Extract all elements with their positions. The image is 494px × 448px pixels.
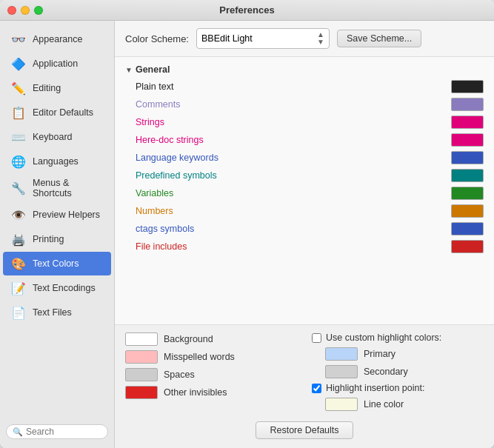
misspelled-row: Misspelled words (125, 350, 297, 364)
sidebar-item-application[interactable]: 🔷 Application (3, 52, 111, 76)
color-label-7: Numbers (136, 206, 442, 216)
color-row-6: Variables (115, 184, 494, 202)
background-row: Background (125, 332, 297, 346)
sidebar-label-editing: Editing (33, 83, 61, 93)
toolbar: Color Scheme: BBEdit Light ▲▼ Save Schem… (115, 21, 494, 57)
close-button[interactable] (7, 6, 16, 15)
color-label-4: Language keywords (136, 153, 442, 163)
color-label-6: Variables (136, 188, 442, 198)
application-icon: 🔷 (10, 56, 27, 72)
chevron-updown-icon: ▲▼ (317, 31, 324, 46)
preferences-window: Preferences 👓 Appearance 🔷 Application ✏… (0, 0, 494, 448)
sidebar-item-keyboard[interactable]: ⌨️ Keyboard (3, 125, 111, 149)
color-swatch-3[interactable] (451, 133, 484, 147)
color-swatch-1[interactable] (451, 98, 484, 111)
general-section-label: General (136, 64, 170, 75)
appearance-icon: 👓 (10, 31, 27, 47)
color-label-2: Strings (136, 117, 442, 127)
printing-icon: 🖨️ (10, 231, 27, 247)
sidebar-label-editor-defaults: Editor Defaults (33, 107, 93, 118)
other-invisibles-row: Other invisibles (125, 386, 297, 399)
color-swatch-0[interactable] (451, 80, 484, 93)
editor-defaults-icon: 📋 (10, 104, 27, 121)
maximize-button[interactable] (34, 6, 43, 15)
use-custom-highlight-label: Use custom highlight colors: (326, 332, 441, 343)
color-row-3: Here-doc strings (115, 131, 494, 149)
sidebar-item-text-colors[interactable]: 🎨 Text Colors (3, 252, 111, 275)
search-box[interactable]: 🔍 (6, 424, 108, 439)
color-swatch-4[interactable] (451, 151, 484, 164)
color-row-7: Numbers (115, 202, 494, 220)
color-swatch-2[interactable] (451, 116, 484, 129)
bottom-panel: Background Misspelled words Spaces (115, 324, 494, 448)
sidebar-item-editing[interactable]: ✏️ Editing (3, 76, 111, 100)
color-scheme-select[interactable]: BBEdit Light ▲▼ (196, 28, 330, 49)
color-swatch-5[interactable] (451, 169, 484, 182)
misspelled-swatch[interactable] (125, 350, 158, 364)
menus-shortcuts-icon: 🔧 (10, 180, 27, 196)
sidebar-item-appearance[interactable]: 👓 Appearance (3, 27, 111, 51)
color-row-1: Comments (115, 96, 494, 113)
line-color-swatch[interactable] (325, 398, 358, 411)
sidebar-item-editor-defaults[interactable]: 📋 Editor Defaults (3, 101, 111, 124)
sidebar-item-printing[interactable]: 🖨️ Printing (3, 227, 111, 251)
content-area: 👓 Appearance 🔷 Application ✏️ Editing 📋 … (0, 21, 494, 448)
highlight-insertion-row: Highlight insertion point: (312, 383, 484, 393)
keyboard-icon: ⌨️ (10, 129, 27, 145)
color-label-8: ctags symbols (136, 224, 442, 234)
color-swatch-9[interactable] (451, 240, 484, 253)
color-row-4: Language keywords (115, 149, 494, 167)
bottom-left: Background Misspelled words Spaces (125, 332, 297, 399)
save-scheme-button[interactable]: Save Scheme... (337, 30, 421, 47)
sidebar-label-text-encodings: Text Encodings (33, 283, 96, 293)
title-bar: Preferences (0, 0, 494, 21)
sidebar-label-menus-shortcuts: Menus & Shortcuts (33, 178, 104, 198)
primary-label: Primary (364, 349, 395, 359)
color-swatch-6[interactable] (451, 187, 484, 200)
sidebar-label-application: Application (33, 58, 78, 69)
use-custom-highlight-checkbox[interactable] (312, 333, 321, 343)
color-swatch-7[interactable] (451, 204, 484, 218)
color-list: ▼ General Plain text Comments Strings He… (115, 57, 494, 324)
sidebar-item-languages[interactable]: 🌐 Languages (3, 150, 111, 173)
spaces-label: Spaces (164, 370, 195, 380)
editing-icon: ✏️ (10, 80, 27, 96)
sidebar-label-text-colors: Text Colors (33, 258, 79, 269)
color-row-8: ctags symbols (115, 220, 494, 238)
color-row-2: Strings (115, 113, 494, 131)
spaces-row: Spaces (125, 368, 297, 381)
spaces-swatch[interactable] (125, 368, 158, 381)
restore-defaults-button[interactable]: Restore Defaults (256, 421, 353, 439)
secondary-row: Secondary (312, 365, 484, 378)
window-title: Preferences (219, 4, 274, 16)
highlight-insertion-checkbox[interactable] (312, 384, 321, 393)
primary-row: Primary (312, 347, 484, 361)
text-colors-icon: 🎨 (10, 255, 27, 272)
sidebar-label-keyboard: Keyboard (33, 132, 73, 142)
color-label-1: Comments (136, 99, 442, 110)
highlight-insertion-label: Highlight insertion point: (326, 383, 424, 393)
misspelled-label: Misspelled words (164, 352, 235, 362)
secondary-swatch[interactable] (325, 365, 358, 378)
text-files-icon: 📄 (10, 304, 27, 321)
sidebar: 👓 Appearance 🔷 Application ✏️ Editing 📋 … (0, 21, 115, 448)
sidebar-label-languages: Languages (33, 156, 79, 167)
line-color-label: Line color (364, 399, 404, 409)
sidebar-label-text-files: Text Files (33, 307, 72, 318)
color-swatch-8[interactable] (451, 222, 484, 235)
sidebar-item-menus-shortcuts[interactable]: 🔧 Menus & Shortcuts (3, 174, 111, 202)
minimize-button[interactable] (21, 6, 30, 15)
background-swatch[interactable] (125, 332, 158, 346)
primary-swatch[interactable] (325, 347, 358, 361)
sidebar-item-text-encodings[interactable]: 📝 Text Encodings (3, 276, 111, 300)
restore-defaults-container: Restore Defaults (125, 417, 484, 441)
sidebar-item-preview-helpers[interactable]: 👁️ Preview Helpers (3, 203, 111, 227)
search-input[interactable] (26, 427, 101, 437)
color-label-5: Predefined symbols (136, 170, 442, 181)
color-row-5: Predefined symbols (115, 167, 494, 184)
bottom-row-main: Background Misspelled words Spaces (125, 332, 484, 411)
main-panel: Color Scheme: BBEdit Light ▲▼ Save Schem… (115, 21, 494, 448)
other-invisibles-swatch[interactable] (125, 386, 158, 399)
color-label-0: Plain text (136, 81, 442, 92)
sidebar-item-text-files[interactable]: 📄 Text Files (3, 301, 111, 324)
